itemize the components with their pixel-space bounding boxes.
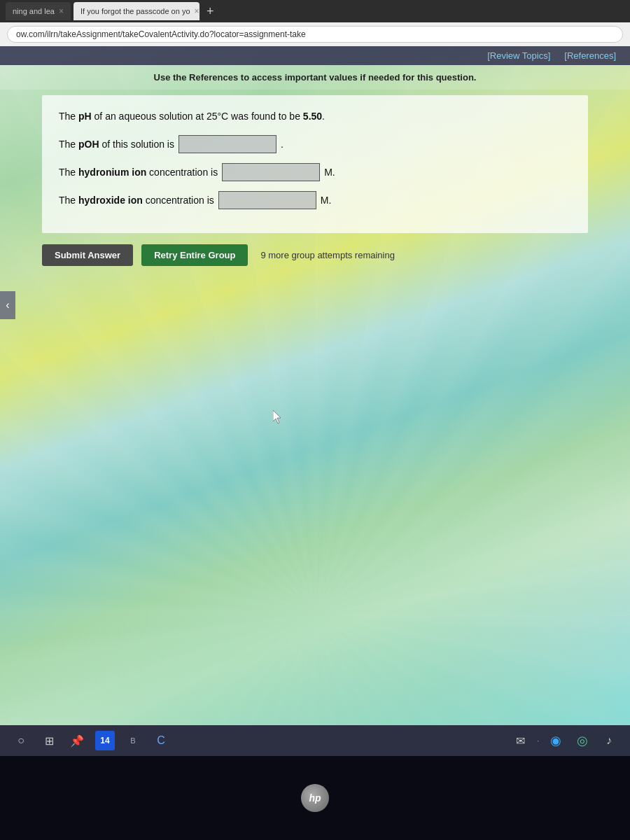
side-nav-back[interactable]: ‹: [0, 291, 15, 319]
poh-row: The pOH of this solution is .: [59, 135, 571, 153]
taskbar-refresh-icon[interactable]: C: [151, 731, 171, 750]
taskbar-search-icon[interactable]: ⊞: [39, 731, 59, 750]
attempts-remaining: 9 more group attempts remaining: [260, 250, 394, 260]
question-panel: The pH of an aqueous solution at 25°C wa…: [42, 95, 588, 233]
hydroxide-label: The hydroxide ion concentration is: [59, 195, 214, 206]
ph-bold: pH: [78, 111, 92, 122]
hydronium-unit: M.: [324, 167, 335, 178]
tab-1-label: ning and lea: [13, 7, 55, 15]
taskbar-extra-icon[interactable]: B: [123, 731, 143, 750]
hydronium-bold: hydronium ion: [78, 167, 146, 178]
taskbar-calendar-icon[interactable]: 14: [95, 731, 115, 750]
ph-value-bold: 5.50: [303, 111, 322, 122]
taskbar-pin-icon[interactable]: 📌: [67, 731, 87, 750]
tab-1-close[interactable]: ×: [59, 6, 64, 16]
hydroxide-row: The hydroxide ion concentration is M.: [59, 191, 571, 209]
content-toolbar: [Review Topics] [References]: [0, 46, 630, 65]
poh-label: The pOH of this solution is: [59, 139, 174, 150]
taskbar: ○ ⊞ 📌 14 B C ✉ · ◉ ◎ ♪: [0, 725, 630, 756]
browser-chrome: ning and lea × If you forgot the passcod…: [0, 0, 630, 46]
hydroxide-input[interactable]: [218, 191, 316, 209]
tab-1[interactable]: ning and lea ×: [6, 2, 71, 20]
review-topics-link[interactable]: [Review Topics]: [487, 50, 550, 61]
content-area: [Review Topics] [References] Use the Ref…: [0, 46, 630, 756]
address-bar: [0, 22, 630, 46]
poh-input[interactable]: [178, 135, 276, 153]
new-tab-button[interactable]: +: [202, 4, 218, 19]
taskbar-chrome-icon[interactable]: ◎: [573, 731, 592, 750]
tab-2[interactable]: If you forgot the passcode on yo ×: [74, 2, 200, 20]
tab-2-close[interactable]: ×: [195, 6, 200, 16]
taskbar-dot: ·: [537, 737, 539, 745]
hydroxide-unit: M.: [321, 195, 332, 206]
poh-period: .: [281, 139, 284, 150]
hydronium-row: The hydronium ion concentration is M.: [59, 163, 571, 181]
hydronium-input[interactable]: [222, 163, 320, 181]
hydronium-label: The hydronium ion concentration is: [59, 167, 218, 178]
taskbar-edge-icon[interactable]: ◉: [546, 731, 566, 750]
address-input[interactable]: [7, 26, 623, 43]
tab-2-label: If you forgot the passcode on yo: [80, 7, 190, 15]
hydroxide-bold: hydroxide ion: [78, 195, 143, 206]
button-area: Submit Answer Retry Entire Group 9 more …: [42, 240, 588, 270]
taskbar-mail-icon[interactable]: ✉: [510, 731, 530, 750]
dark-bottom-area: hp: [0, 756, 630, 840]
submit-answer-button[interactable]: Submit Answer: [42, 244, 133, 266]
references-note: Use the References to access important v…: [0, 65, 630, 90]
question-intro: The pH of an aqueous solution at 25°C wa…: [59, 109, 571, 124]
taskbar-music-icon[interactable]: ♪: [599, 731, 619, 750]
tab-bar: ning and lea × If you forgot the passcod…: [0, 0, 630, 22]
references-link[interactable]: [References]: [564, 50, 616, 61]
taskbar-right: ✉ · ◉ ◎ ♪: [510, 731, 619, 750]
hp-logo: hp: [301, 784, 329, 812]
taskbar-start-icon[interactable]: ○: [11, 731, 31, 750]
poh-bold: pOH: [78, 139, 99, 150]
retry-entire-group-button[interactable]: Retry Entire Group: [141, 244, 248, 266]
